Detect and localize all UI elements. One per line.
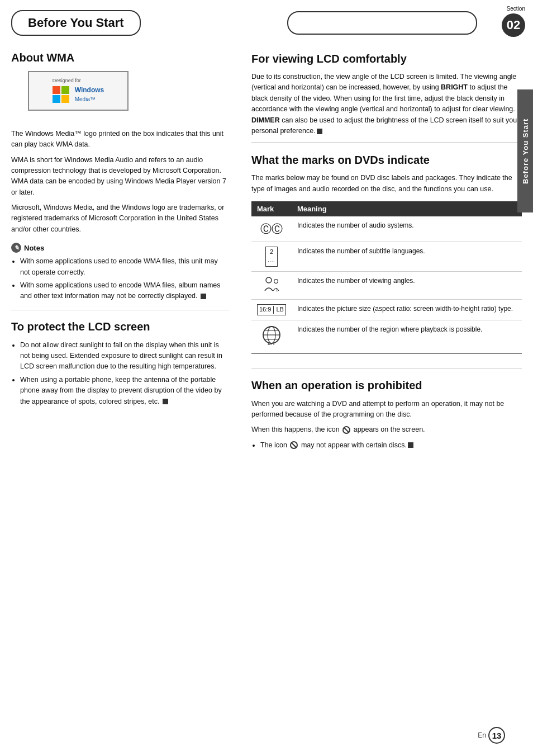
- meaning-aspect: Indicates the picture size (aspect ratio…: [292, 300, 522, 320]
- prohibited-section: When an operation is prohibited When you…: [251, 379, 522, 451]
- lcd-bullet-2: When using a portable phone, keep the an…: [20, 375, 229, 407]
- section-tab-placeholder: [287, 11, 477, 35]
- lcd-protection-heading: To protect the LCD screen: [11, 320, 229, 333]
- table-row: 2···· Indicates the number of subtitle l…: [251, 242, 522, 272]
- prohibited-heading: When an operation is prohibited: [251, 379, 522, 392]
- wma-logo-content: Designed for WindowsMedia™: [53, 78, 104, 104]
- wma-logo-wrapper: Designed for WindowsMedia™: [28, 71, 229, 120]
- wma-designed-text: Designed for: [53, 78, 81, 84]
- svg-rect-3: [61, 95, 69, 103]
- wma-windows-text: WindowsMedia™: [75, 86, 104, 103]
- dvd-marks-section: What the marks on DVDs indicate The mark…: [251, 153, 522, 353]
- section-tab-area: [141, 11, 483, 35]
- mark-audio-cell: ⒸⒸ: [251, 216, 292, 242]
- section-label: Section: [507, 6, 525, 12]
- svg-rect-1: [61, 86, 69, 94]
- lcd-protection-section: To protect the LCD screen Do not allow d…: [11, 320, 229, 407]
- region-icon: ALL: [261, 325, 282, 348]
- stop-icon-4: [408, 442, 413, 448]
- prohibited-body1: When you are watching a DVD and attempt …: [251, 399, 522, 420]
- lcd-bullet-1: Do not allow direct sunlight to fall on …: [20, 340, 229, 372]
- section-number-box: Section 02: [502, 6, 525, 37]
- meaning-viewing: Indicates the number of viewing angles.: [292, 271, 522, 299]
- mark-viewing-cell: 1: [251, 271, 292, 299]
- sidebar-tab: Before You Start: [517, 89, 533, 212]
- mark-region-cell: ALL: [251, 320, 292, 353]
- notes-label: Notes: [24, 244, 44, 252]
- page-number-circle: 13: [488, 727, 505, 744]
- notes-list: With some applications used to encode WM…: [11, 256, 229, 302]
- page-number-area: En 13: [478, 727, 505, 744]
- table-row: 1 Indicates the number of viewing angles…: [251, 271, 522, 299]
- wma-body2: WMA is short for Windows Media Audio and…: [11, 155, 229, 199]
- svg-rect-0: [53, 86, 60, 94]
- viewing-icon: 1: [261, 276, 282, 292]
- divider-1: [11, 310, 229, 310]
- svg-rect-2: [53, 95, 60, 103]
- wma-body1: The Windows Media™ logo printed on the b…: [11, 129, 229, 150]
- wma-body3: Microsoft, Windows Media, and the Window…: [11, 202, 229, 235]
- for-viewing-heading: For viewing LCD comfortably: [251, 51, 522, 66]
- prohibited-icon: [342, 426, 350, 434]
- region-globe-icon: ALL: [261, 325, 282, 345]
- svg-point-4: [266, 277, 272, 283]
- table-row: ⒸⒸ Indicates the number of audio systems…: [251, 216, 522, 242]
- svg-text:ALL: ALL: [267, 342, 276, 345]
- note-item-1: With some applications used to encode WM…: [20, 256, 229, 278]
- mark-aspect-cell: 16:9 LB: [251, 300, 292, 320]
- divider-2: [251, 142, 522, 143]
- table-header-row: Mark Meaning: [251, 201, 522, 216]
- right-column: For viewing LCD comfortably Due to its c…: [246, 41, 522, 453]
- notes-section: ✎ Notes With some applications used to e…: [11, 243, 229, 302]
- wma-logo-box: Designed for WindowsMedia™: [28, 71, 129, 111]
- svg-text:1: 1: [275, 287, 278, 292]
- meaning-audio: Indicates the number of audio systems.: [292, 216, 522, 242]
- note-item-2: With some applications used to encode WM…: [20, 280, 229, 302]
- stop-icon: [201, 294, 206, 299]
- stop-icon-2: [163, 399, 168, 404]
- spacer: [251, 354, 522, 363]
- lcd-protection-list: Do not allow direct sunlight to fall on …: [11, 340, 229, 407]
- viewing-angles-icon: 1: [261, 276, 282, 292]
- main-content: About WMA Designed for: [0, 36, 533, 486]
- en-label: En: [478, 731, 486, 739]
- dvd-marks-heading: What the marks on DVDs indicate: [251, 153, 522, 167]
- svg-point-5: [274, 279, 278, 283]
- notes-icon: ✎: [11, 243, 21, 253]
- windows-logo-icon: [53, 86, 70, 104]
- for-viewing-body: Due to its construction, the view angle …: [251, 72, 522, 136]
- about-wma-section: About WMA Designed for: [11, 51, 229, 310]
- table-row: ALL Indicates the number of the region w…: [251, 320, 522, 353]
- stop-icon-3: [317, 129, 322, 134]
- subtitle-icon: 2····: [265, 247, 278, 267]
- prohibited-icon-2: [290, 441, 298, 449]
- wma-windows-text-block: WindowsMedia™: [75, 86, 104, 103]
- col-mark: Mark: [251, 201, 292, 216]
- prohibited-bullet-1: The icon may not appear with certain dis…: [260, 440, 522, 451]
- mark-subtitle-cell: 2····: [251, 242, 292, 272]
- prohibited-body2: When this happens, the icon appears on t…: [251, 424, 522, 435]
- dvd-marks-intro: The marks below may be found on DVD disc…: [251, 173, 522, 195]
- dvd-marks-table: Mark Meaning ⒸⒸ Indicates the number of …: [251, 201, 522, 354]
- col-meaning: Meaning: [292, 201, 522, 216]
- meaning-region: Indicates the number of the region where…: [292, 320, 522, 353]
- prohibited-bullets: The icon may not appear with certain dis…: [251, 440, 522, 451]
- wma-logo-inner: WindowsMedia™: [53, 86, 104, 104]
- divider-3: [251, 368, 522, 369]
- aspect-icon: 16:9 LB: [257, 304, 286, 315]
- left-column: About WMA Designed for: [11, 41, 246, 453]
- section-number: 02: [502, 13, 525, 37]
- audio-icon: ⒸⒸ: [260, 223, 283, 235]
- for-viewing-section: For viewing LCD comfortably Due to its c…: [251, 51, 522, 136]
- notes-title-row: ✎ Notes: [11, 243, 229, 253]
- page-header: Before You Start Section 02: [0, 0, 533, 36]
- about-wma-heading: About WMA: [11, 51, 229, 64]
- table-row: 16:9 LB Indicates the picture size (aspe…: [251, 300, 522, 320]
- meaning-subtitle: Indicates the number of subtitle languag…: [292, 242, 522, 272]
- section-title: Before You Start: [11, 10, 141, 36]
